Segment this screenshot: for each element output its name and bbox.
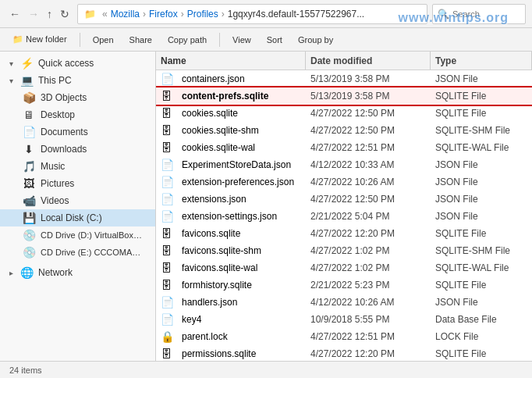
file-name: permissions.sqlite (182, 348, 256, 359)
sidebar-label-local-disk-c: Local Disk (C:) (41, 212, 102, 223)
file-type: JSON File (431, 70, 532, 87)
file-date: 4/12/2022 10:26 AM (306, 294, 431, 310)
table-row[interactable]: 🗄cookies.sqlite-wal4/27/2022 12:51 PMSQL… (156, 139, 532, 156)
table-row[interactable]: 🗄content-prefs.sqlite5/13/2019 3:58 PMSQ… (156, 87, 532, 105)
sidebar-item-cd-drive-d[interactable]: 💿 CD Drive (D:) VirtualBox Guest A (0, 226, 155, 244)
file-date: 4/27/2022 12:20 PM (306, 225, 431, 241)
watermark: www.wintips.org (398, 11, 509, 25)
toolbar-separator-1 (80, 33, 80, 47)
table-row[interactable]: 🗄cookies.sqlite-shm4/27/2022 12:50 PMSQL… (156, 122, 532, 139)
table-row[interactable]: 🗄favicons.sqlite-shm4/27/2022 1:02 PMSQL… (156, 242, 532, 259)
table-row[interactable]: 📄ExperimentStoreData.json4/12/2022 10:33… (156, 156, 532, 173)
file-type: SQLITE-SHM File (431, 122, 532, 138)
breadcrumb-mozilla[interactable]: Mozilla (111, 9, 140, 20)
file-date: 10/9/2018 5:55 PM (306, 311, 431, 327)
table-row[interactable]: 🔒parent.lock4/27/2022 12:51 PMLOCK File (156, 328, 532, 345)
sidebar-item-videos[interactable]: 📹 Videos (0, 192, 155, 209)
new-folder-button[interactable]: 📁 New folder (6, 32, 73, 47)
local-disk-c-icon: 💾 (22, 212, 36, 224)
table-row[interactable]: 🗄permissions.sqlite4/27/2022 12:20 PMSQL… (156, 345, 532, 361)
file-type: SQLITE File (431, 225, 532, 241)
file-date: 4/27/2022 12:50 PM (306, 191, 431, 207)
file-icon: 📄 (161, 159, 175, 171)
file-name: extension-settings.json (182, 211, 277, 222)
file-name: content-prefs.sqlite (182, 91, 268, 102)
breadcrumb-profiles[interactable]: Profiles (187, 9, 218, 20)
file-icon: 🗄 (161, 141, 175, 154)
file-name: favicons.sqlite (182, 228, 240, 239)
sidebar-label-cd-drive-d: CD Drive (D:) VirtualBox Guest A (41, 230, 142, 240)
breadcrumb-current: 1gqxyr4s.default-15577522967... (228, 9, 364, 20)
sidebar-item-music[interactable]: 🎵 Music (0, 158, 155, 175)
refresh-button[interactable]: ↻ (57, 6, 73, 22)
sidebar-label-documents: Documents (41, 127, 88, 137)
quick-access-icon: ⚡ (20, 57, 34, 70)
cd-drive-e-icon: 💿 (22, 246, 36, 259)
file-date: 2/21/2022 5:04 PM (306, 208, 431, 224)
sidebar-label-3d-objects: 3D Objects (41, 92, 87, 103)
file-type: JSON File (431, 173, 532, 190)
file-name: cookies.sqlite-shm (182, 125, 259, 136)
sidebar-label-pictures: Pictures (41, 178, 74, 189)
sidebar-label-this-pc: This PC (38, 75, 72, 86)
share-button[interactable]: Share (123, 33, 158, 47)
file-content: Name Date modified Type 📄containers.json… (156, 52, 532, 361)
file-list-header: Name Date modified Type (156, 52, 532, 70)
table-row[interactable]: 📄containers.json5/13/2019 3:58 PMJSON Fi… (156, 70, 532, 87)
sidebar-item-desktop[interactable]: 🖥 Desktop (0, 106, 155, 123)
forward-button[interactable]: → (25, 6, 42, 22)
breadcrumb[interactable]: 📁 « Mozilla › Firefox › Profiles › 1gqxy… (77, 4, 427, 24)
breadcrumb-firefox[interactable]: Firefox (149, 9, 178, 20)
cd-drive-d-icon: 💿 (22, 229, 36, 241)
sidebar: ▾ ⚡ Quick access ▾ 💻 This PC 📦 3D Object… (0, 52, 156, 361)
file-date: 4/27/2022 12:51 PM (306, 328, 431, 344)
back-button[interactable]: ← (6, 6, 23, 22)
table-row[interactable]: 📄extension-preferences.json4/27/2022 10:… (156, 173, 532, 191)
sidebar-item-this-pc[interactable]: ▾ 💻 This PC (0, 72, 155, 89)
file-icon: 🗄 (161, 279, 175, 291)
sidebar-item-3d-objects[interactable]: 📦 3D Objects (0, 89, 155, 106)
file-type: JSON File (431, 191, 532, 207)
file-icon: 📄 (161, 296, 175, 308)
nav-buttons: ← → ↑ ↻ (6, 6, 73, 22)
file-icon: 🗄 (161, 107, 175, 119)
copy-path-button[interactable]: Copy path (161, 33, 213, 47)
table-row[interactable]: 🗄favicons.sqlite-wal4/27/2022 1:02 PMSQL… (156, 259, 532, 276)
file-name: formhistory.sqlite (182, 280, 252, 291)
sidebar-item-network[interactable]: ▸ 🌐 Network (0, 264, 155, 281)
file-type: SQLITE File (431, 345, 532, 361)
table-row[interactable]: 📄key410/9/2018 5:55 PMData Base File (156, 311, 532, 328)
header-type[interactable]: Type (431, 52, 532, 70)
header-date[interactable]: Date modified (306, 52, 431, 70)
sidebar-item-cd-drive-e[interactable]: 💿 CD Drive (E:) CCCOMA_X64FRE_ (0, 244, 155, 261)
file-icon: 📄 (161, 193, 175, 205)
table-row[interactable]: 🗄cookies.sqlite4/27/2022 12:50 PMSQLITE … (156, 105, 532, 122)
file-type: JSON File (431, 294, 532, 310)
main-layout: ▾ ⚡ Quick access ▾ 💻 This PC 📦 3D Object… (0, 52, 532, 361)
expander-icon: ▾ (9, 77, 13, 85)
up-button[interactable]: ↑ (44, 6, 55, 22)
sidebar-item-quick-access[interactable]: ▾ ⚡ Quick access (0, 55, 155, 72)
sort-button[interactable]: Sort (261, 33, 289, 47)
file-name: key4 (182, 314, 201, 325)
open-button[interactable]: Open (87, 33, 120, 47)
file-rows-container: 📄containers.json5/13/2019 3:58 PMJSON Fi… (156, 70, 532, 361)
table-row[interactable]: 🗄formhistory.sqlite2/21/2022 5:23 PMSQLI… (156, 276, 532, 294)
header-name[interactable]: Name (156, 52, 306, 70)
sidebar-item-downloads[interactable]: ⬇ Downloads (0, 141, 155, 158)
downloads-icon: ⬇ (22, 143, 36, 155)
sidebar-label-quick-access: Quick access (38, 58, 94, 69)
file-date: 4/12/2022 10:33 AM (306, 156, 431, 173)
table-row[interactable]: 📄handlers.json4/12/2022 10:26 AMJSON Fil… (156, 294, 532, 311)
table-row[interactable]: 📄extension-settings.json2/21/2022 5:04 P… (156, 208, 532, 225)
expander-icon: ▾ (9, 59, 13, 68)
sidebar-item-local-disk-c[interactable]: 💾 Local Disk (C:) (0, 209, 155, 226)
group-by-button[interactable]: Group by (292, 33, 339, 47)
network-icon: 🌐 (20, 266, 34, 279)
sidebar-item-documents[interactable]: 📄 Documents (0, 123, 155, 141)
sidebar-item-pictures[interactable]: 🖼 Pictures (0, 175, 155, 192)
table-row[interactable]: 🗄favicons.sqlite4/27/2022 12:20 PMSQLITE… (156, 225, 532, 242)
file-type: JSON File (431, 156, 532, 173)
table-row[interactable]: 📄extensions.json4/27/2022 12:50 PMJSON F… (156, 191, 532, 208)
view-button[interactable]: View (226, 33, 257, 47)
